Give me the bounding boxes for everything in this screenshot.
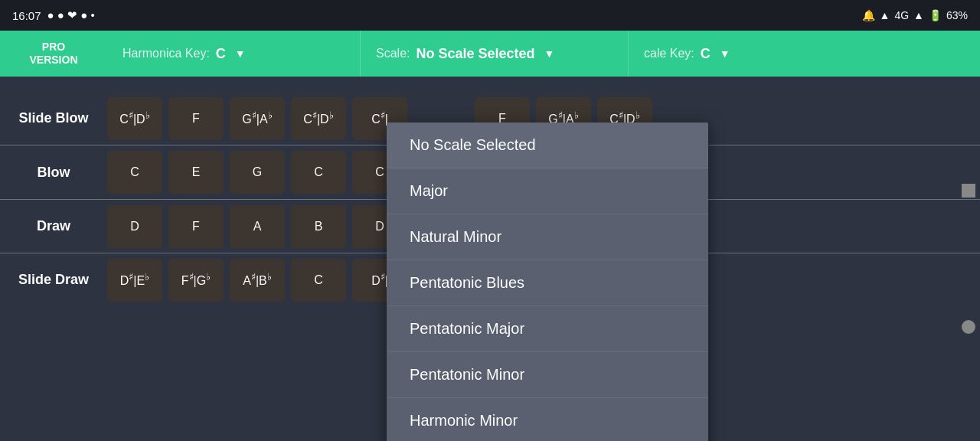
note-cell[interactable]: F <box>168 97 224 140</box>
harmonica-key-arrow-icon: ▼ <box>235 47 246 60</box>
status-icons: ● ● ❤ ● • <box>47 8 95 22</box>
note-cell[interactable]: E <box>168 151 224 194</box>
note-cell[interactable]: G♯|A♭ <box>230 97 285 140</box>
signal-icon: ▲ <box>913 9 924 21</box>
toolbar: PRO VERSION Harmonica Key: C ▼ Scale: No… <box>0 31 980 77</box>
scale-key-arrow-icon: ▼ <box>720 47 730 60</box>
note-cell[interactable]: F♯|G♭ <box>168 259 224 302</box>
scale-selector[interactable]: Scale: No Scale Selected ▼ <box>360 31 628 77</box>
dropdown-item-pentatonic-blues[interactable]: Pentatonic Blues <box>387 260 708 306</box>
network-label: 4G <box>894 9 909 21</box>
note-cell[interactable]: D♯|E♭ <box>107 259 162 302</box>
scale-key-value: C <box>701 46 710 62</box>
scale-key-selector[interactable]: cale Key: C ▼ <box>628 31 980 77</box>
dropdown-item-pentatonic-minor[interactable]: Pentatonic Minor <box>387 352 708 398</box>
battery-percent: 63% <box>946 9 968 21</box>
dropdown-item-no-scale[interactable]: No Scale Selected <box>387 122 708 168</box>
slide-blow-label: Slide Blow <box>0 110 107 126</box>
blow-label: Blow <box>0 165 107 181</box>
harmonica-key-value: C <box>216 46 226 62</box>
scale-value: No Scale Selected <box>416 46 534 62</box>
vibrate-icon: 🔔 <box>862 9 875 21</box>
main-area: Slide Blow C♯|D♭ F G♯|A♭ C♯|D♭ C♯| F G♯|… <box>0 77 980 441</box>
note-cell[interactable]: D <box>107 205 162 248</box>
battery-icon: 🔋 <box>929 9 942 21</box>
status-left: 16:07 ● ● ❤ ● • <box>12 8 95 22</box>
dropdown-item-major[interactable]: Major <box>387 168 708 214</box>
time-display: 16:07 <box>12 9 41 22</box>
status-right: 🔔 ▲ 4G ▲ 🔋 63% <box>862 9 968 21</box>
note-cell[interactable]: C♯|D♭ <box>291 97 346 140</box>
note-cell[interactable]: B <box>291 205 346 248</box>
scroll-circle-icon <box>962 320 975 334</box>
note-cell[interactable]: C <box>107 151 162 194</box>
draw-label: Draw <box>0 218 107 234</box>
status-bar: 16:07 ● ● ❤ ● • 🔔 ▲ 4G ▲ 🔋 63% <box>0 0 980 31</box>
scale-label: Scale: <box>376 47 410 60</box>
harmonica-key-label: Harmonica Key: <box>122 47 210 60</box>
note-cell[interactable]: C <box>291 151 346 194</box>
scale-key-label: cale Key: <box>644 47 694 60</box>
note-cell[interactable]: F <box>168 205 224 248</box>
dropdown-item-pentatonic-major[interactable]: Pentatonic Major <box>387 306 708 352</box>
note-cell[interactable]: C♯|D♭ <box>107 97 162 140</box>
dropdown-item-harmonic-minor[interactable]: Harmonic Minor <box>387 398 708 441</box>
wifi-icon: ▲ <box>880 9 890 21</box>
slide-draw-label: Slide Draw <box>0 272 107 288</box>
note-cell[interactable]: G <box>230 151 285 194</box>
scroll-square-icon <box>962 184 975 198</box>
note-cell[interactable]: A <box>230 205 285 248</box>
note-cell[interactable]: A♯|B♭ <box>230 259 285 302</box>
scale-arrow-icon: ▼ <box>544 47 555 60</box>
note-cell[interactable]: C <box>291 259 346 302</box>
dropdown-item-natural-minor[interactable]: Natural Minor <box>387 214 708 260</box>
pro-version-button[interactable]: PRO VERSION <box>0 31 107 77</box>
scale-dropdown-overlay: No Scale Selected Major Natural Minor Pe… <box>387 122 708 441</box>
scroll-indicator <box>957 107 980 441</box>
harmonica-key-selector[interactable]: Harmonica Key: C ▼ <box>107 31 360 77</box>
